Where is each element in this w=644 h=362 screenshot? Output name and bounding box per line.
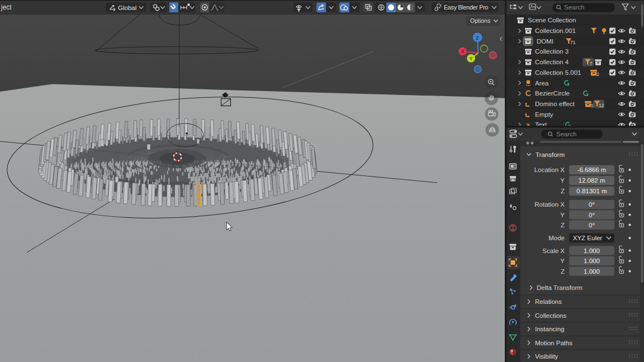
svg-text:Collection.001: Collection.001 — [535, 27, 576, 34]
svg-text:1.000: 1.000 — [584, 268, 600, 275]
svg-text:2: 2 — [596, 72, 599, 77]
svg-text:Scale X: Scale X — [542, 247, 565, 254]
svg-text:Instancing: Instancing — [535, 326, 564, 332]
svg-text:Delta Transform: Delta Transform — [537, 284, 583, 291]
svg-text:Y: Y — [470, 56, 473, 61]
svg-text:Options: Options — [470, 17, 490, 24]
svg-text:BezierCircle: BezierCircle — [535, 90, 570, 97]
svg-text:Location X: Location X — [534, 166, 565, 173]
svg-text:71: 71 — [570, 40, 576, 45]
svg-text:0°: 0° — [589, 201, 595, 208]
svg-text:ject: ject — [1, 3, 12, 11]
svg-text:1.000: 1.000 — [584, 258, 600, 264]
svg-text:Collection 4: Collection 4 — [535, 59, 569, 65]
svg-text:Global: Global — [118, 4, 136, 11]
svg-text:Scene Collection: Scene Collection — [528, 17, 576, 23]
svg-text:Search: Search — [556, 131, 576, 137]
svg-text:Domino effect: Domino effect — [535, 101, 575, 107]
svg-text:Empty: Empty — [535, 111, 553, 118]
svg-text:XYZ Euler: XYZ Euler — [573, 235, 603, 241]
svg-text:Z: Z — [561, 222, 565, 228]
svg-text:Z: Z — [561, 268, 565, 275]
svg-text:12: 12 — [599, 103, 604, 108]
svg-text:Z: Z — [561, 188, 565, 194]
svg-text:1.000: 1.000 — [584, 247, 600, 254]
svg-text:Visibility: Visibility — [535, 353, 558, 360]
svg-text:X: X — [461, 49, 465, 54]
svg-text:0°: 0° — [589, 212, 595, 218]
svg-text:Search: Search — [564, 4, 584, 11]
svg-text:Rotation X: Rotation X — [534, 201, 565, 208]
svg-text:Area: Area — [535, 80, 549, 87]
svg-text:Transform: Transform — [536, 151, 565, 158]
svg-text:0°: 0° — [589, 222, 595, 228]
svg-text:-6.6866 m: -6.6866 m — [577, 166, 607, 173]
svg-text:Motion Paths: Motion Paths — [535, 340, 572, 346]
svg-text:Mode: Mode — [548, 235, 565, 241]
svg-text:Collections: Collections — [535, 312, 566, 319]
svg-text:Y: Y — [560, 212, 565, 218]
svg-text:0.81301 m: 0.81301 m — [576, 188, 607, 194]
svg-text:7: 7 — [590, 61, 593, 66]
svg-text:Relations: Relations — [535, 298, 562, 305]
svg-text:Y: Y — [560, 177, 565, 184]
svg-text:Z: Z — [476, 35, 479, 41]
svg-text:12.082 m: 12.082 m — [579, 177, 605, 184]
svg-text:Easy Blender Pro: Easy Blender Pro — [444, 4, 489, 11]
svg-text:Collection 3: Collection 3 — [535, 48, 569, 55]
svg-text:Y: Y — [560, 258, 565, 264]
svg-text:DOMI: DOMI — [537, 38, 553, 45]
svg-text:Collection 5.001: Collection 5.001 — [535, 69, 581, 76]
